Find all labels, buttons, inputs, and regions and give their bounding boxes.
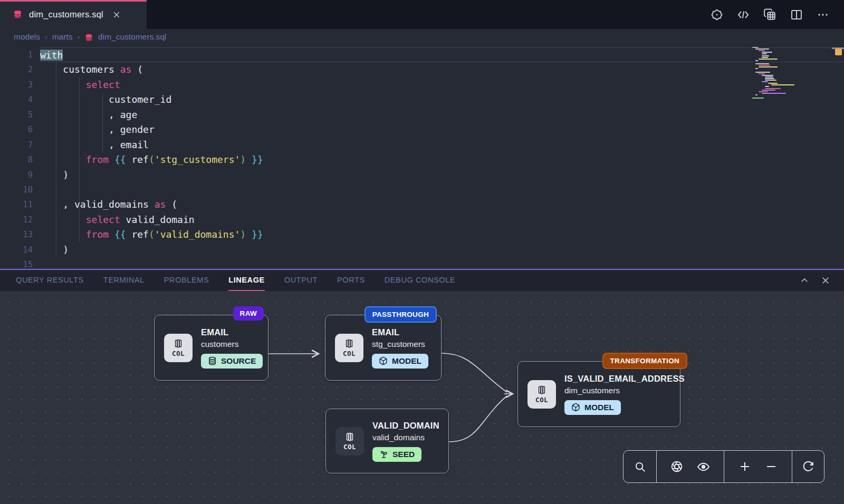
badge-raw: RAW bbox=[233, 306, 264, 321]
minimap-line bbox=[765, 78, 774, 79]
minimap-line bbox=[768, 83, 778, 84]
line-number: 6 bbox=[0, 122, 40, 137]
chevron-right-icon: › bbox=[77, 33, 80, 41]
close-icon[interactable] bbox=[113, 11, 120, 18]
column-type-box: COL bbox=[528, 380, 556, 409]
column-type-box: COL bbox=[164, 334, 193, 362]
line-number: 14 bbox=[0, 243, 40, 257]
breadcrumb-marts[interactable]: marts bbox=[52, 32, 73, 42]
node-title: EMAIL bbox=[201, 327, 228, 337]
breadcrumb-file[interactable]: dim_customers.sql bbox=[98, 32, 166, 42]
line-number: 5 bbox=[0, 108, 40, 122]
lineage-node-stg-customers[interactable]: PASSTHROUGH COL EMAIL stg_customers MODE… bbox=[325, 315, 442, 381]
bottom-panel-tabs: QUERY RESULTS TERMINAL PROBLEMS LINEAGE … bbox=[0, 269, 844, 291]
minimap[interactable] bbox=[751, 47, 816, 98]
eye-icon[interactable] bbox=[697, 460, 710, 473]
column-type-box: COL bbox=[335, 427, 364, 455]
lineage-node-valid-domains[interactable]: COL VALID_DOMAIN valid_domains SEED bbox=[325, 409, 449, 473]
line-number: 1 bbox=[0, 47, 40, 62]
code-line: customers as ( bbox=[40, 62, 844, 77]
line-number: 2 bbox=[0, 62, 40, 77]
line-number: 7 bbox=[0, 138, 40, 152]
close-icon[interactable] bbox=[821, 276, 830, 285]
split-editor-icon[interactable] bbox=[790, 8, 803, 21]
collapse-icon[interactable] bbox=[800, 276, 809, 285]
tab-dim-customers[interactable]: dim_customers.sql bbox=[0, 0, 147, 29]
lineage-node-dim-customers[interactable]: TRANSFORMATION COL IS_VALID_EMAIL_ADDRES… bbox=[517, 361, 680, 427]
tag-source: SOURCE bbox=[201, 354, 263, 369]
code-line: , gender bbox=[40, 122, 844, 137]
more-actions-icon[interactable] bbox=[817, 8, 829, 21]
node-title: EMAIL bbox=[372, 327, 399, 337]
code-icon[interactable] bbox=[737, 8, 750, 21]
minimap-line bbox=[762, 53, 767, 54]
line-number: 3 bbox=[0, 77, 40, 92]
line-number: 9 bbox=[0, 168, 40, 182]
tab-lineage[interactable]: LINEAGE bbox=[228, 270, 265, 291]
minimap-line bbox=[759, 73, 765, 74]
minimap-line bbox=[762, 57, 768, 58]
code-line bbox=[40, 182, 844, 197]
code-line: customer_id bbox=[40, 92, 844, 107]
breadcrumb-models[interactable]: models bbox=[14, 32, 40, 42]
minimap-line bbox=[762, 81, 768, 82]
breadcrumb: models › marts › dim_customers.sql bbox=[0, 29, 844, 45]
minimap-line bbox=[765, 80, 776, 81]
line-number: 15 bbox=[0, 257, 40, 269]
sprout-icon bbox=[379, 450, 388, 459]
line-number: 12 bbox=[0, 212, 40, 227]
aperture-icon[interactable] bbox=[670, 460, 683, 473]
tab-title: dim_customers.sql bbox=[29, 9, 103, 20]
cube-icon bbox=[379, 356, 388, 365]
minimap-line bbox=[765, 76, 773, 77]
code-line: select valid_domain bbox=[40, 212, 844, 227]
minimap-line bbox=[762, 75, 773, 76]
tag-model: MODEL bbox=[372, 354, 428, 369]
line-number: 10 bbox=[0, 182, 40, 197]
minimap-line bbox=[762, 90, 775, 91]
tab-terminal[interactable]: TERMINAL bbox=[103, 270, 145, 291]
lineage-canvas[interactable]: RAW COL EMAIL customers SOURCE PASSTHROU… bbox=[0, 291, 844, 504]
lineage-node-customers[interactable]: RAW COL EMAIL customers SOURCE bbox=[154, 315, 268, 381]
dbt-icon[interactable] bbox=[711, 8, 723, 21]
cube-icon bbox=[571, 403, 580, 412]
code-line: ) bbox=[40, 243, 844, 257]
database-icon bbox=[208, 356, 217, 365]
line-number: 11 bbox=[0, 197, 40, 212]
minimap-line bbox=[765, 88, 781, 89]
node-subtitle: stg_customers bbox=[372, 340, 425, 349]
lineage-toolbar bbox=[623, 450, 824, 483]
minimap-line bbox=[755, 72, 770, 73]
chevron-right-icon: › bbox=[45, 33, 47, 41]
tab-debug-console[interactable]: DEBUG CONSOLE bbox=[385, 270, 455, 291]
zoom-in-icon[interactable] bbox=[738, 460, 751, 473]
copy-table-icon[interactable] bbox=[763, 8, 776, 21]
minimap-line bbox=[765, 86, 769, 87]
badge-passthrough: PASSTHROUGH bbox=[365, 306, 437, 323]
node-title: IS_VALID_EMAIL_ADDRESS bbox=[564, 374, 685, 384]
tab-bar: dim_customers.sql bbox=[0, 0, 844, 29]
zoom-out-icon[interactable] bbox=[765, 460, 778, 473]
column-type-box: COL bbox=[335, 334, 363, 362]
code-editor[interactable]: 123456789101112131415 with customers as … bbox=[0, 45, 844, 269]
tab-ports[interactable]: PORTS bbox=[337, 270, 365, 291]
tab-query-results[interactable]: QUERY RESULTS bbox=[16, 270, 84, 291]
minimap-line bbox=[759, 59, 778, 60]
minimap-line bbox=[762, 52, 772, 53]
minimap-line bbox=[752, 98, 764, 99]
node-subtitle: dim_customers bbox=[564, 386, 620, 395]
tag-model: MODEL bbox=[564, 400, 621, 415]
columns-icon bbox=[536, 385, 547, 395]
search-icon[interactable] bbox=[634, 461, 646, 473]
tag-seed: SEED bbox=[372, 447, 421, 462]
columns-icon bbox=[173, 338, 184, 349]
columns-icon bbox=[344, 338, 354, 349]
code-line: from {{ ref('valid_domains') }} bbox=[40, 227, 844, 242]
tab-problems[interactable]: PROBLEMS bbox=[164, 270, 209, 291]
minimap-line bbox=[755, 60, 758, 61]
code-lines: with customers as ( select customer_id ,… bbox=[40, 45, 844, 269]
code-line: , email bbox=[40, 138, 844, 152]
tab-output[interactable]: OUTPUT bbox=[284, 270, 318, 291]
minimap-line bbox=[759, 65, 770, 66]
refresh-icon[interactable] bbox=[802, 460, 814, 473]
